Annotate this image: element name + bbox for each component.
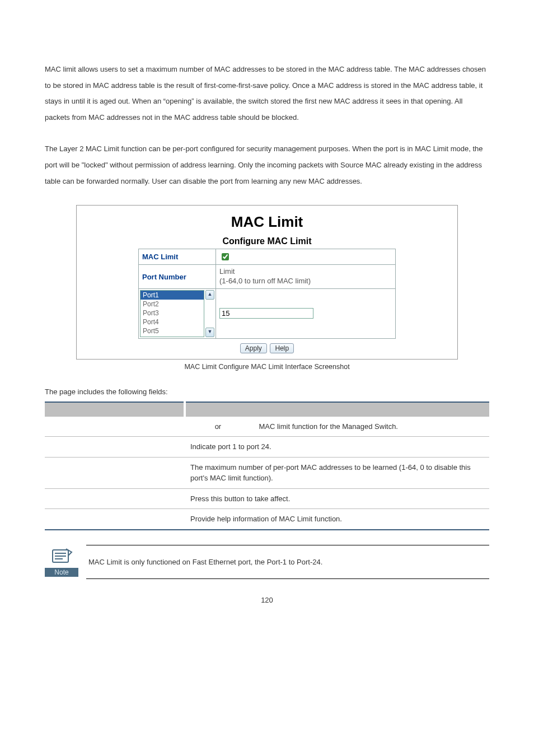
- fields-intro: The page includes the following fields:: [45, 388, 489, 396]
- fields-header-right: [185, 402, 489, 417]
- mac-limit-checkbox-cell: [216, 249, 396, 265]
- panel-subtitle: Configure MAC Limit: [77, 236, 457, 246]
- desc-mac-limit: MAC limit function for the Managed Switc…: [259, 422, 398, 431]
- scroll-up-icon[interactable]: ▲: [205, 290, 214, 300]
- list-item[interactable]: Port5: [140, 326, 204, 335]
- mac-limit-label: MAC Limit: [139, 249, 216, 265]
- desc-or: or: [215, 422, 222, 431]
- note-block: Note MAC Limit is only functioned on Fas…: [45, 545, 489, 579]
- limit-hint-line2: (1-64,0 to turn off MAC limit): [219, 277, 311, 285]
- desc-limit: The maximum number of per-port MAC addre…: [185, 457, 489, 488]
- apply-button[interactable]: Apply: [240, 343, 267, 353]
- desc-apply: Press this button to take affect.: [185, 488, 489, 509]
- list-item[interactable]: Port2: [140, 300, 204, 309]
- list-item[interactable]: Port1: [140, 291, 204, 300]
- limit-hint: Limit (1-64,0 to turn off MAC limit): [216, 265, 396, 289]
- desc-port: Indicate port 1 to port 24.: [185, 437, 489, 458]
- figure-caption: MAC Limit Configure MAC Limit Interface …: [45, 363, 489, 371]
- paragraph-2: The Layer 2 MAC Limit function can be pe…: [45, 141, 489, 189]
- intro-paragraphs: MAC limit allows users to set a maximum …: [45, 62, 489, 189]
- config-table: MAC Limit Port Number Limit (1-64,0 to t…: [138, 249, 396, 339]
- note-text: MAC Limit is only functioned on Fast Eth…: [88, 558, 322, 566]
- fields-table: or MAC limit function for the Managed Sw…: [45, 402, 489, 530]
- list-item[interactable]: Port3: [140, 309, 204, 318]
- port-number-label: Port Number: [139, 265, 216, 289]
- fields-header-left: [45, 402, 185, 417]
- paragraph-1: MAC limit allows users to set a maximum …: [45, 62, 489, 125]
- note-icon: Note: [45, 547, 78, 577]
- port-listbox[interactable]: Port1 Port2 Port3 Port4 Port5: [140, 290, 204, 337]
- help-button[interactable]: Help: [270, 343, 294, 353]
- page-number: 120: [45, 596, 489, 604]
- limit-input[interactable]: [219, 308, 313, 319]
- panel-title: MAC Limit: [77, 213, 457, 231]
- list-scrollbar[interactable]: ▲ ▼: [205, 290, 214, 337]
- scroll-down-icon[interactable]: ▼: [205, 328, 214, 337]
- note-label: Note: [45, 568, 78, 577]
- mac-limit-panel: MAC Limit Configure MAC Limit MAC Limit …: [76, 205, 458, 360]
- list-item[interactable]: Port4: [140, 318, 204, 326]
- mac-limit-checkbox[interactable]: [222, 253, 229, 260]
- limit-hint-line1: Limit: [219, 267, 235, 276]
- desc-help: Provide help information of MAC Limit fu…: [185, 509, 489, 530]
